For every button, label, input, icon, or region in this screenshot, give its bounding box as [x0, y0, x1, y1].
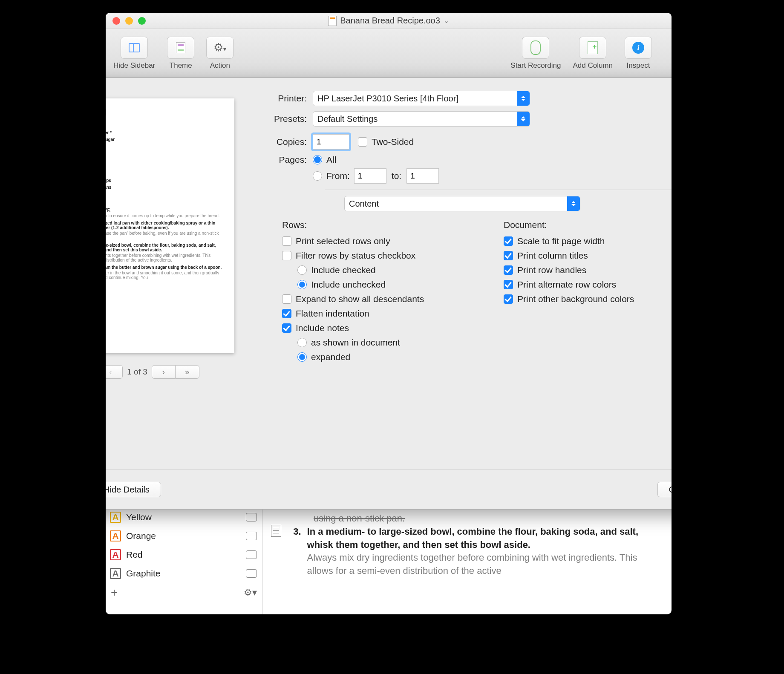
- theme-icon: [176, 42, 185, 53]
- print-selected-rows-checkbox[interactable]: [282, 236, 291, 246]
- print-column-titles-checkbox[interactable]: [504, 251, 513, 260]
- include-unchecked-label: Include unchecked: [311, 279, 386, 290]
- print-row-handles-label: Print row handles: [517, 265, 586, 275]
- include-notes-label: Include notes: [296, 323, 349, 333]
- action-button[interactable]: ⚙︎▾: [206, 37, 233, 59]
- scale-fit-checkbox[interactable]: [504, 236, 513, 246]
- hide-sidebar-button[interactable]: [121, 37, 148, 59]
- bg-step-title: In a medium- to large-sized bowl, combin…: [307, 526, 638, 550]
- preview-title: Banana Bread: [106, 108, 222, 118]
- expand-descendants-label: Expand to show all descendants: [296, 294, 424, 304]
- pages-all-label: All: [326, 155, 336, 165]
- print-alt-colors-checkbox[interactable]: [504, 280, 513, 289]
- tag-status-checkbox[interactable]: [246, 532, 257, 540]
- tag-status-checkbox[interactable]: [246, 513, 257, 521]
- pages-from-input[interactable]: [354, 168, 386, 184]
- add-column-icon: [588, 41, 598, 54]
- tag-swatch: A: [110, 568, 121, 579]
- inspect-button[interactable]: i: [625, 37, 652, 59]
- pages-all-radio[interactable]: [313, 155, 322, 164]
- start-recording-label: Start Recording: [510, 61, 561, 70]
- include-unchecked-radio[interactable]: [297, 280, 307, 289]
- sidebar-gear-menu[interactable]: ⚙︎▾: [244, 587, 257, 598]
- presets-label: Presets:: [265, 114, 313, 124]
- print-column-titles-label: Print column titles: [517, 251, 588, 261]
- gear-icon: ⚙︎▾: [213, 41, 226, 54]
- copies-label: Copies:: [265, 137, 313, 147]
- print-alt-colors-label: Print alternate row colors: [517, 279, 616, 290]
- pages-label: Pages:: [265, 155, 313, 165]
- add-column-button[interactable]: [579, 37, 606, 59]
- start-recording-button[interactable]: [522, 37, 549, 59]
- print-row-handles-checkbox[interactable]: [504, 265, 513, 275]
- action-label: Action: [210, 61, 230, 70]
- tag-name[interactable]: Red: [126, 550, 143, 560]
- window-title: Banana Bread Recipe.oo3: [340, 16, 440, 26]
- rows-heading: Rows:: [282, 220, 478, 230]
- inspect-label: Inspect: [627, 61, 650, 70]
- filter-status-checkbox[interactable]: [282, 251, 291, 260]
- flatten-indentation-label: Flatten indentation: [296, 308, 369, 319]
- printer-select[interactable]: HP LaserJet P3010 Series [4th Floor]: [313, 91, 530, 106]
- print-pane-value: Content: [349, 199, 379, 209]
- expand-descendants-checkbox[interactable]: [282, 294, 291, 304]
- tag-status-checkbox[interactable]: [246, 550, 257, 559]
- document-heading: Document:: [504, 220, 672, 230]
- bg-step-note: Always mix dry ingredients together befo…: [307, 552, 637, 576]
- select-arrows-icon: [567, 196, 580, 211]
- two-sided-checkbox[interactable]: [358, 137, 367, 147]
- notes-as-shown-label: as shown in document: [311, 337, 400, 348]
- notes-as-shown-radio[interactable]: [297, 338, 307, 347]
- window-minimize-button[interactable]: [125, 17, 133, 25]
- title-dropdown-chevron-icon[interactable]: ⌄: [444, 17, 449, 25]
- hide-details-button[interactable]: Hide Details: [106, 482, 161, 497]
- preview-last-page-button[interactable]: »: [176, 365, 199, 379]
- add-tag-button[interactable]: +: [111, 586, 118, 599]
- preview-prev-page-button[interactable]: ‹: [106, 365, 123, 379]
- preview-ingredients-header: Ingredients: [106, 122, 222, 128]
- print-other-bg-checkbox[interactable]: [504, 294, 513, 304]
- flatten-indentation-checkbox[interactable]: [282, 309, 291, 318]
- pages-from-radio[interactable]: [313, 171, 322, 181]
- sidebar-icon: [129, 43, 140, 52]
- document-icon: [328, 16, 337, 26]
- tag-name[interactable]: Yellow: [126, 512, 152, 522]
- microphone-icon: [530, 40, 541, 55]
- print-other-bg-label: Print other background colors: [517, 294, 634, 304]
- tag-status-checkbox[interactable]: [246, 569, 257, 578]
- preview-page-indicator: 1 of 3: [127, 367, 147, 377]
- tag-swatch: A: [110, 530, 121, 542]
- notes-expanded-radio[interactable]: [297, 352, 307, 362]
- info-icon: i: [632, 42, 644, 54]
- preview-directions-header: Directions: [106, 199, 222, 205]
- pages-to-input[interactable]: [406, 168, 439, 184]
- add-column-label: Add Column: [573, 61, 613, 70]
- include-checked-radio[interactable]: [297, 265, 307, 275]
- window-close-button[interactable]: [112, 17, 120, 25]
- tag-name[interactable]: Orange: [126, 531, 156, 541]
- tag-swatch: A: [110, 549, 121, 560]
- print-preview-page: Banana Bread Ingredients 8 Tbsp unsalted…: [106, 98, 234, 353]
- cancel-button[interactable]: Cancel: [657, 482, 672, 497]
- window-zoom-button[interactable]: [138, 17, 146, 25]
- note-icon[interactable]: [271, 525, 281, 537]
- print-dialog-sheet: Banana Bread Ingredients 8 Tbsp unsalted…: [106, 78, 672, 510]
- pages-from-label: From:: [326, 171, 350, 181]
- tag-swatch: A: [110, 512, 121, 523]
- select-arrows-icon: [517, 91, 530, 106]
- tag-name[interactable]: Graphite: [126, 568, 161, 579]
- pages-to-label: to:: [392, 171, 401, 181]
- bg-step-number: 3.: [290, 525, 307, 578]
- copies-input[interactable]: [313, 134, 349, 150]
- notes-expanded-label: expanded: [311, 352, 350, 362]
- two-sided-label: Two-Sided: [372, 137, 414, 147]
- presets-select[interactable]: Default Settings: [313, 111, 530, 127]
- include-notes-checkbox[interactable]: [282, 323, 291, 333]
- theme-button[interactable]: [167, 37, 194, 59]
- preview-next-page-button[interactable]: ›: [152, 365, 176, 379]
- bg-prev-note: using a non-stick pan.: [290, 512, 660, 525]
- print-pane-select[interactable]: Content: [344, 196, 580, 211]
- printer-value: HP LaserJet P3010 Series [4th Floor]: [317, 94, 458, 104]
- preview-room-temp: * (at room temperature): [106, 192, 222, 196]
- select-arrows-icon: [517, 112, 530, 126]
